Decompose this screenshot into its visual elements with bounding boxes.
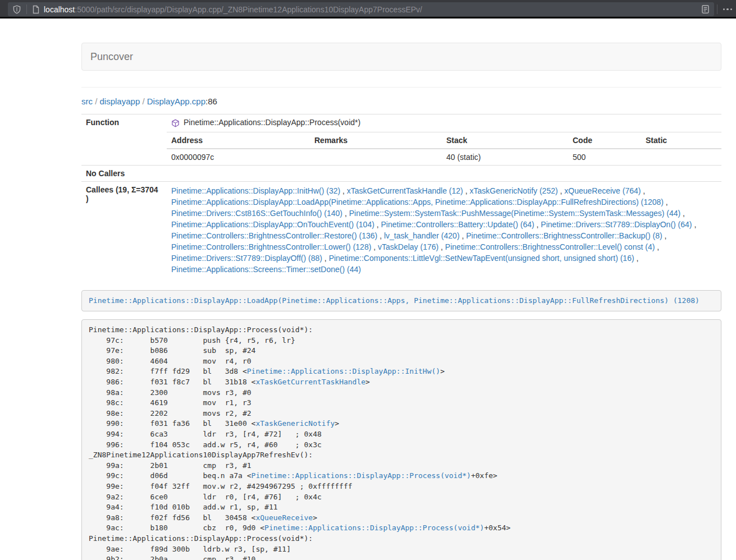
load-app-link[interactable]: Pinetime::Applications::DisplayApp::Load… bbox=[89, 296, 700, 305]
callee-link[interactable]: Pinetime::Applications::DisplayApp::OnTo… bbox=[171, 220, 374, 229]
callee-link[interactable]: Pinetime::Controllers::BrightnessControl… bbox=[171, 231, 377, 240]
divider bbox=[26, 4, 27, 14]
column-static: Static bbox=[641, 132, 721, 149]
callee-link[interactable]: Pinetime::Drivers::St7789::DisplayOff() … bbox=[171, 254, 322, 263]
breadcrumb-line-number: :86 bbox=[205, 97, 217, 106]
callee-separator: , bbox=[463, 186, 470, 195]
navbar: Puncover bbox=[81, 43, 721, 71]
stats-header-row: Address Remarks Stack Code Static bbox=[81, 132, 721, 149]
function-label: Function bbox=[81, 114, 167, 166]
callee-link[interactable]: Pinetime::Drivers::St7789::DisplayOn() (… bbox=[541, 220, 692, 229]
static-value bbox=[641, 149, 721, 166]
callee-separator: , bbox=[692, 220, 697, 229]
divider bbox=[81, 87, 721, 88]
url-text[interactable]: localhost:5000/path/src/displayapp/Displ… bbox=[44, 5, 697, 14]
divider bbox=[717, 4, 717, 14]
callee-link[interactable]: Pinetime::Controllers::BrightnessControl… bbox=[445, 242, 655, 251]
callee-separator: , bbox=[680, 209, 685, 218]
callee-separator: , bbox=[371, 242, 378, 251]
code-symbol-link[interactable]: xTaskGetCurrentTaskHandle bbox=[255, 378, 365, 386]
callee-separator: , bbox=[377, 231, 384, 240]
callees-list: Pinetime::Applications::DisplayApp::Init… bbox=[167, 181, 721, 278]
callees-row: Callees (19, Σ=3704 ) Pinetime::Applicat… bbox=[81, 181, 721, 278]
callee-separator: , bbox=[438, 242, 445, 251]
brand-link[interactable]: Puncover bbox=[82, 43, 141, 71]
code-symbol-link[interactable]: Pinetime::Applications::DisplayApp::Proc… bbox=[252, 471, 471, 480]
callee-separator: , bbox=[662, 231, 667, 240]
reader-mode-icon[interactable] bbox=[701, 4, 710, 14]
browser-toolbar: localhost:5000/path/src/displayapp/Displ… bbox=[0, 0, 736, 19]
callee-link[interactable]: xTaskGetCurrentTaskHandle (12) bbox=[347, 186, 463, 195]
callee-separator: , bbox=[641, 186, 645, 195]
column-code: Code bbox=[568, 132, 641, 149]
callee-link[interactable]: vTaskDelay (176) bbox=[378, 242, 438, 251]
function-table: Function Pinetime::Applications::Display… bbox=[81, 114, 721, 278]
callee-separator: , bbox=[634, 254, 639, 263]
callee-link[interactable]: xQueueReceive (764) bbox=[564, 186, 641, 195]
stats-value-row: 0x0000097c 40 (static) 500 bbox=[81, 149, 721, 166]
breadcrumb-separator: / bbox=[93, 97, 100, 106]
column-address: Address bbox=[167, 132, 310, 149]
callee-separator: , bbox=[460, 231, 467, 240]
callee-separator: , bbox=[534, 220, 541, 229]
callee-link[interactable]: Pinetime::Applications::DisplayApp::Init… bbox=[171, 186, 340, 195]
callee-link[interactable]: Pinetime::System::SystemTask::PushMessag… bbox=[349, 209, 681, 218]
code-symbol-link[interactable]: Pinetime::Applications::DisplayApp::Proc… bbox=[264, 524, 484, 532]
callee-separator: , bbox=[664, 198, 668, 206]
code-symbol-link[interactable]: xTaskGenericNotify bbox=[255, 419, 335, 428]
page-icon bbox=[32, 5, 40, 14]
breadcrumb-separator: / bbox=[140, 97, 147, 106]
breadcrumb-link[interactable]: src bbox=[81, 97, 93, 106]
function-row: Function Pinetime::Applications::Display… bbox=[81, 114, 721, 132]
column-remarks: Remarks bbox=[310, 132, 442, 149]
breadcrumb-link[interactable]: DisplayApp.cpp bbox=[147, 97, 205, 106]
callee-separator: , bbox=[374, 220, 381, 229]
callee-separator: , bbox=[342, 209, 349, 218]
callee-link[interactable]: Pinetime::Applications::Screens::Timer::… bbox=[171, 265, 361, 274]
callee-link[interactable]: xTaskGenericNotify (252) bbox=[469, 186, 557, 195]
code-symbol-link[interactable]: Pinetime::Applications::DisplayApp::Init… bbox=[247, 367, 440, 375]
callee-separator: , bbox=[655, 242, 659, 251]
callees-label: Callees (19, Σ=3704 ) bbox=[81, 181, 167, 278]
package-icon bbox=[171, 119, 180, 127]
callee-link[interactable]: Pinetime::Controllers::BrightnessControl… bbox=[466, 231, 662, 240]
page-actions-icon[interactable] bbox=[721, 0, 734, 19]
remarks-value bbox=[310, 149, 442, 166]
callee-link[interactable]: Pinetime::Components::LittleVgl::SetNewT… bbox=[329, 254, 634, 263]
breadcrumb: src / displayapp / DisplayApp.cpp:86 bbox=[81, 97, 721, 106]
shield-icon[interactable] bbox=[12, 5, 21, 14]
callee-link[interactable]: Pinetime::Applications::DisplayApp::Load… bbox=[171, 198, 664, 206]
callee-link[interactable]: lv_task_handler (420) bbox=[384, 231, 460, 240]
no-callers-label: No Callers bbox=[81, 165, 167, 181]
code-size-value: 500 bbox=[568, 149, 641, 166]
address-value: 0x0000097c bbox=[167, 149, 310, 166]
callee-separator: , bbox=[340, 186, 347, 195]
identity-box bbox=[8, 4, 40, 14]
disassembly-listing: Pinetime::Applications::DisplayApp::Proc… bbox=[81, 319, 721, 560]
url-host: localhost bbox=[44, 5, 75, 14]
callsite-box: Pinetime::Applications::DisplayApp::Load… bbox=[81, 290, 721, 312]
callee-separator: , bbox=[558, 186, 565, 195]
column-stack: Stack bbox=[442, 132, 568, 149]
url-path: :5000/path/src/displayapp/DisplayApp.cpp… bbox=[75, 5, 422, 14]
function-name: Pinetime::Applications::DisplayApp::Proc… bbox=[184, 118, 360, 127]
stack-value: 40 (static) bbox=[442, 149, 568, 166]
url-bar[interactable]: localhost:5000/path/src/displayapp/Displ… bbox=[8, 2, 714, 16]
no-callers-row: No Callers bbox=[81, 165, 721, 181]
callee-link[interactable]: Pinetime::Controllers::Battery::Update()… bbox=[381, 220, 534, 229]
code-symbol-link[interactable]: xQueueReceive bbox=[255, 513, 313, 522]
callee-separator: , bbox=[322, 254, 329, 263]
callee-link[interactable]: Pinetime::Controllers::BrightnessControl… bbox=[171, 242, 371, 251]
content: Puncover src / displayapp / DisplayApp.c… bbox=[81, 43, 721, 560]
callee-link[interactable]: Pinetime::Drivers::Cst816S::GetTouchInfo… bbox=[171, 209, 342, 218]
breadcrumb-link[interactable]: displayapp bbox=[100, 97, 140, 106]
